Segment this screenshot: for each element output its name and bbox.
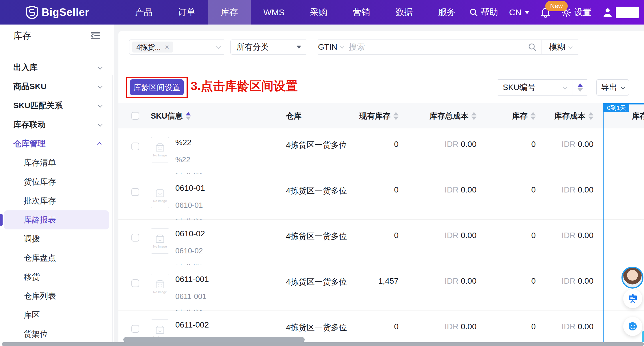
sidebar-group-warehouse-mgmt[interactable]: 仓库管理 <box>0 134 114 153</box>
sidebar-item-stock-list[interactable]: 库存清单 <box>0 153 114 172</box>
sidebar-scrollbar[interactable] <box>112 75 113 346</box>
search-type-select[interactable]: GTIN <box>317 40 344 54</box>
sku-title[interactable]: 0610-01 <box>175 184 205 193</box>
customer-service-avatar[interactable] <box>621 267 643 289</box>
d2-stock-cell <box>602 220 644 265</box>
help-button[interactable]: 帮助 <box>469 6 498 18</box>
nav-item-marketing[interactable]: 营销 <box>340 0 383 25</box>
row-checkbox[interactable] <box>131 143 139 150</box>
column-header-stock[interactable]: 现有库存 <box>359 111 390 121</box>
sort-field-select[interactable]: SKU编号 <box>497 80 572 95</box>
settings-label: 设置 <box>574 6 591 18</box>
sidebar-item-stocktake[interactable]: 仓库盘点 <box>0 248 114 268</box>
feedback-smiley-button[interactable] <box>623 317 642 336</box>
remove-tag-icon[interactable]: × <box>165 43 169 52</box>
export-button[interactable]: 导出 <box>596 79 629 96</box>
sidebar-group-stock-link[interactable]: 库存联动 <box>0 115 114 134</box>
row-checkbox[interactable] <box>131 234 139 242</box>
stock-cell: 1,457 <box>344 265 399 311</box>
triangle-down-icon <box>524 11 530 14</box>
column-header-warehouse: 仓库 <box>286 111 301 121</box>
sidebar: 库存 出入库 商品SKU SKU匹配关系 库存联动 仓库管理 库存清单 货位库存… <box>0 25 114 346</box>
sku-sort-icon[interactable] <box>186 112 191 120</box>
nav-item-wms[interactable]: WMS <box>251 0 297 25</box>
warehouse-cell: 4拣货区一货多位 <box>278 128 344 174</box>
sidebar-item-transfer[interactable]: 调拨 <box>0 229 114 248</box>
page-horizontal-scrollbar[interactable] <box>2 342 644 346</box>
sidebar-group-inout[interactable]: 出入库 <box>0 58 114 77</box>
row-checkbox[interactable] <box>131 188 139 196</box>
sort-direction-toggle[interactable] <box>572 80 588 95</box>
warehouse-cell: 4拣货区一货多位 <box>278 220 344 265</box>
total-cost-sort-icon[interactable] <box>471 112 477 120</box>
sort-field-label: SKU编号 <box>503 82 536 93</box>
active-indicator-bar <box>0 214 3 226</box>
sort-desc-icon[interactable] <box>578 88 583 92</box>
d1-stock-sort-icon[interactable] <box>531 112 536 120</box>
bigseller-logo[interactable]: BigSeller <box>26 6 89 19</box>
sidebar-item-warehouse-list[interactable]: 仓库列表 <box>0 287 114 306</box>
column-header-d1-stock[interactable]: 库存 <box>512 111 528 121</box>
language-selector[interactable]: CN <box>509 8 530 17</box>
table-header-row: 0到1天 2到3天 SKU信息 仓库 现有库存 库存总成本 库存 库存成本 <box>118 103 644 128</box>
sort-asc-icon[interactable] <box>578 83 583 87</box>
warehouse-cell: 4拣货区一货多位 <box>278 265 344 311</box>
content-card: 4拣货... × 所有分类 GTIN 搜索 模糊 <box>118 31 644 346</box>
category-filter-select[interactable]: 所有分类 <box>230 40 307 55</box>
sku-title[interactable]: 0610-02 <box>175 229 205 238</box>
no-image-placeholder: No Image <box>151 274 169 299</box>
sidebar-item-stock-age-report[interactable]: 库龄报表 <box>4 210 109 229</box>
total-cost-cell: IDR 0.00 <box>399 220 477 265</box>
stock-sort-icon[interactable] <box>393 112 399 120</box>
chevron-down-icon <box>568 45 572 49</box>
warehouse-cell: 4拣货区一货多位 <box>278 174 344 219</box>
sku-code: 0610-01 <box>175 201 205 210</box>
nav-item-orders[interactable]: 订单 <box>165 0 208 25</box>
user-account[interactable] <box>602 7 639 18</box>
stock-cell: 0 <box>344 128 399 174</box>
d1-cost-cell: IDR 0.00 <box>536 174 593 219</box>
sidebar-item-batch-stock[interactable]: 批次库存 <box>0 191 114 210</box>
nav-item-products[interactable]: 产品 <box>122 0 165 25</box>
sku-title[interactable]: %22 <box>175 138 202 147</box>
sidebar-item-storage-zone[interactable]: 库区 <box>0 306 114 325</box>
nav-item-services[interactable]: 服务 <box>425 0 468 25</box>
table-horizontal-scrollbar[interactable] <box>123 337 305 342</box>
warehouse-filter-select[interactable]: 4拣货... × <box>129 40 225 55</box>
stock-age-table: 0到1天 2到3天 SKU信息 仓库 现有库存 库存总成本 库存 库存成本 <box>118 103 644 346</box>
annotation-text: 3.点击库龄区间设置 <box>191 78 298 94</box>
sidebar-group-sku[interactable]: 商品SKU <box>0 77 114 96</box>
select-all-checkbox[interactable] <box>131 112 139 120</box>
nav-item-inventory[interactable]: 库存 <box>208 0 251 25</box>
sidebar-item-location-stock[interactable]: 货位库存 <box>0 172 114 191</box>
stock-cell: 0 <box>344 311 399 346</box>
row-checkbox[interactable] <box>131 325 139 333</box>
d1-cost-sort-icon[interactable] <box>588 112 593 120</box>
sidebar-item-move-goods[interactable]: 移货 <box>0 268 114 287</box>
notifications-button[interactable]: New <box>541 7 550 18</box>
edge-feedback-tab[interactable] <box>642 331 644 342</box>
row-checkbox[interactable] <box>131 279 139 287</box>
smiley-icon <box>628 321 638 332</box>
nav-item-data[interactable]: 数据 <box>383 0 425 25</box>
collapse-sidebar-icon[interactable] <box>90 32 100 40</box>
total-cost-cell: IDR 0.00 <box>399 174 477 219</box>
search-input[interactable]: 搜索 <box>344 40 541 54</box>
sidebar-item-shelf-location[interactable]: 货架位 <box>0 325 114 344</box>
announcement-button[interactable] <box>623 289 642 308</box>
match-mode-select[interactable]: 模糊 <box>541 40 579 54</box>
column-header-sku[interactable]: SKU信息 <box>151 111 183 121</box>
column-header-d2-stock[interactable]: 库存 <box>632 111 644 121</box>
d1-stock-cell: 0 <box>485 220 536 265</box>
chevron-down-icon <box>98 103 103 108</box>
column-header-d1-cost[interactable]: 库存成本 <box>554 111 585 121</box>
chevron-down-icon <box>620 85 625 89</box>
sku-title[interactable]: 0611-002 <box>175 320 209 330</box>
table-row: No Image 0611-001 0611-001 [未分类] 4拣货区一货多… <box>118 265 644 311</box>
search-icon[interactable] <box>528 43 537 51</box>
sku-title[interactable]: 0611-001 <box>175 275 209 284</box>
sidebar-group-sku-match[interactable]: SKU匹配关系 <box>0 96 114 115</box>
nav-item-purchase[interactable]: 采购 <box>297 0 340 25</box>
column-header-total-cost[interactable]: 库存总成本 <box>429 111 468 121</box>
sku-code: 0611-001 <box>175 292 209 301</box>
